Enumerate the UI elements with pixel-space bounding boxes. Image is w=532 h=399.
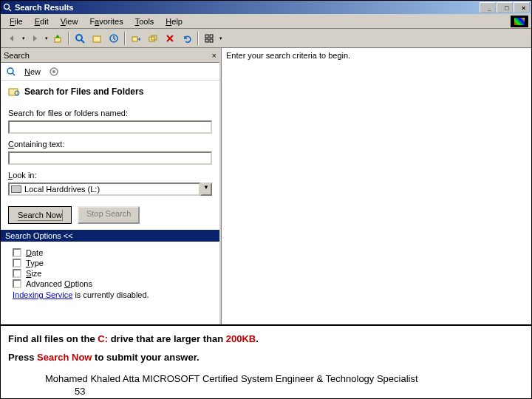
look-in-combo[interactable]: Local Harddrives (L:) ▼	[8, 183, 212, 196]
search-button[interactable]	[72, 31, 88, 46]
search-panel-title: Search	[4, 51, 212, 60]
svg-rect-2	[55, 38, 61, 42]
delete-button[interactable]	[162, 31, 178, 46]
instruction-line-1: Find all files on the C: drive that are …	[8, 333, 524, 344]
menu-edit[interactable]: Edit	[29, 16, 55, 27]
new-search-link[interactable]: New	[24, 67, 41, 76]
minimize-button[interactable]: _	[480, 2, 496, 13]
menu-tools[interactable]: Tools	[129, 16, 160, 27]
drive-icon	[11, 185, 21, 193]
checkbox-icon[interactable]	[13, 269, 21, 278]
indexing-service-status: is currently disabled.	[72, 290, 149, 299]
checkbox-icon[interactable]	[13, 248, 21, 257]
titlebar: Search Results _ □ ×	[1, 1, 531, 14]
menubar: File Edit View Favorites Tools Help	[1, 14, 531, 29]
checkbox-icon[interactable]	[13, 279, 21, 288]
window-controls: _ □ ×	[480, 2, 530, 13]
search-form: Search for Files and Folders Search for …	[1, 81, 219, 324]
search-results-window: Search Results _ □ × File Edit View Favo…	[0, 0, 532, 399]
label-search-name: Search for files or folders named:	[8, 109, 212, 117]
indexing-service-link[interactable]: Indexing Service	[13, 290, 72, 299]
svg-line-4	[81, 40, 84, 43]
label-look-in: Look in:	[8, 171, 212, 180]
svg-rect-11	[210, 35, 213, 38]
svg-rect-10	[205, 35, 208, 38]
indexing-service-row: Indexing Service is currently disabled.	[10, 289, 211, 301]
checkbox-icon[interactable]	[13, 259, 21, 267]
checkbox-type[interactable]: Type	[10, 258, 211, 268]
svg-line-15	[13, 73, 15, 75]
button-row: Search Now Stop Search	[8, 206, 212, 224]
new-search-icon[interactable]	[5, 66, 17, 78]
search-options-body: Date Type Size Advanced Options Indexing…	[8, 245, 212, 304]
results-panel: Enter your search criteria to begin.	[221, 48, 531, 324]
checkbox-size[interactable]: Size	[10, 268, 211, 279]
forward-button[interactable]	[27, 31, 43, 46]
maximize-button[interactable]: □	[497, 2, 513, 13]
back-dropdown[interactable]: ▾	[21, 35, 26, 41]
checkbox-advanced[interactable]: Advanced Options	[10, 279, 211, 289]
search-now-button[interactable]: Search Now	[8, 206, 72, 224]
toolbar: ▾ ▾ ▾	[1, 29, 531, 48]
instruction-line-2: Press Search Now to submit your answer.	[8, 352, 524, 363]
svg-point-14	[7, 68, 13, 74]
menu-favorites[interactable]: Favorites	[83, 16, 129, 27]
svg-rect-12	[205, 39, 208, 42]
menu-view[interactable]: View	[55, 16, 84, 27]
svg-rect-13	[210, 39, 213, 42]
history-button[interactable]	[106, 31, 122, 46]
main-area: Search × New Search for Files and Folder…	[1, 48, 531, 324]
toolbar-separator	[124, 32, 126, 45]
instruction-area: Find all files on the C: drive that are …	[1, 324, 531, 367]
forward-dropdown[interactable]: ▾	[44, 35, 49, 41]
copy-to-button[interactable]	[145, 31, 161, 46]
search-settings-icon[interactable]	[48, 66, 60, 78]
footer-credit: Mohamed Khaled Atta MICROSOFT Certified …	[45, 373, 509, 386]
views-dropdown[interactable]: ▾	[218, 35, 223, 41]
close-panel-button[interactable]: ×	[212, 51, 216, 60]
move-to-button[interactable]	[128, 31, 144, 46]
close-button[interactable]: ×	[514, 2, 530, 13]
search-panel: Search × New Search for Files and Folder…	[1, 48, 221, 324]
folders-button[interactable]	[89, 31, 105, 46]
svg-rect-5	[93, 36, 100, 42]
search-panel-header: Search ×	[1, 48, 219, 63]
form-title-icon	[8, 86, 21, 97]
svg-point-0	[4, 4, 10, 10]
look-in-value: Local Harddrives (L:)	[24, 185, 100, 194]
undo-button[interactable]	[179, 31, 195, 46]
search-options-header[interactable]: Search Options <<	[1, 230, 219, 242]
stop-search-button: Stop Search	[78, 206, 140, 224]
form-title-row: Search for Files and Folders	[8, 86, 212, 97]
search-icon	[2, 2, 13, 13]
toolbar-separator	[68, 32, 69, 45]
checkbox-date[interactable]: Date	[10, 248, 211, 258]
windows-flag-icon	[511, 16, 528, 27]
views-button[interactable]	[201, 31, 217, 46]
back-button[interactable]	[4, 31, 20, 46]
form-title: Search for Files and Folders	[24, 86, 143, 97]
window-title: Search Results	[15, 3, 480, 12]
svg-rect-7	[132, 37, 137, 41]
look-in-dropdown[interactable]: ▼	[200, 183, 212, 196]
svg-line-1	[9, 9, 11, 11]
search-name-input[interactable]	[8, 120, 212, 134]
footer-page-number: 53	[45, 386, 509, 398]
toolbar-separator	[197, 32, 199, 45]
svg-point-3	[76, 35, 82, 41]
label-containing-text: Containing text:	[8, 140, 212, 149]
slide-footer: Mohamed Khaled Atta MICROSOFT Certified …	[1, 367, 531, 398]
containing-text-input[interactable]	[8, 151, 212, 165]
svg-point-17	[52, 70, 55, 73]
menu-file[interactable]: File	[4, 16, 29, 27]
up-button[interactable]	[50, 31, 66, 46]
svg-rect-18	[9, 89, 18, 95]
results-prompt: Enter your search criteria to begin.	[226, 51, 350, 60]
menu-help[interactable]: Help	[160, 16, 188, 27]
search-panel-toolbar: New	[1, 63, 219, 81]
